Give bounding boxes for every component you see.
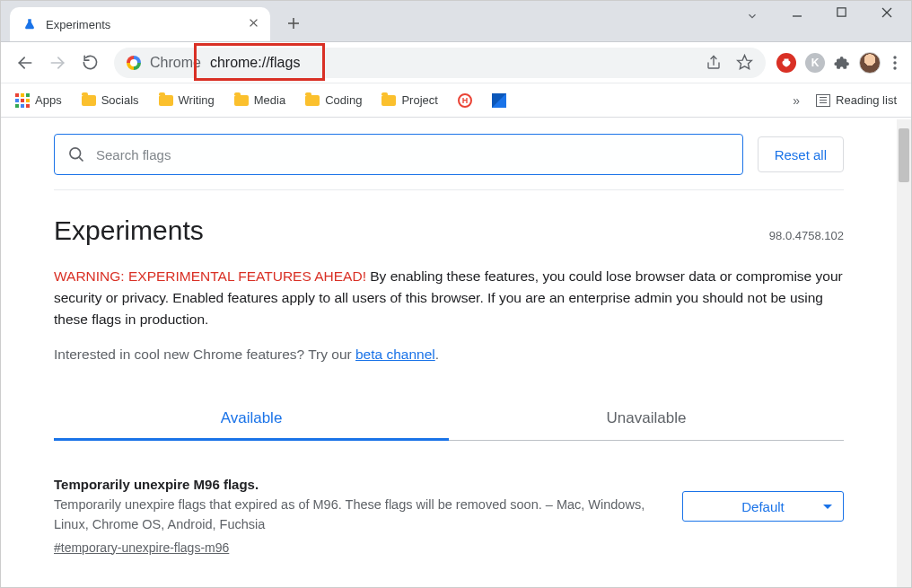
reset-all-button[interactable]: Reset all [758,136,844,172]
flag-hash-link[interactable]: #temporary-unexpire-flags-m96 [54,540,229,555]
tab-title: Experiments [46,18,110,31]
svg-line-18 [79,157,83,161]
beta-channel-link[interactable]: beta channel [355,347,435,362]
warning-text: WARNING: EXPERIMENTAL FEATURES AHEAD! By… [54,266,844,330]
reading-list-icon [816,94,830,107]
forward-button[interactable] [44,49,71,76]
reload-button[interactable] [76,49,103,76]
close-tab-icon[interactable] [249,18,261,31]
folder-icon [305,95,320,106]
bookmark-item-h[interactable]: H [458,93,472,108]
extension-k-icon[interactable]: K [805,53,825,73]
folder-icon [82,95,96,106]
flag-state-select[interactable]: Default [682,491,844,522]
folder-icon [381,95,396,106]
back-button[interactable] [12,49,39,76]
tab-unavailable[interactable]: Unavailable [449,399,844,441]
scrollbar-track[interactable] [897,119,911,587]
bookmarks-overflow-button[interactable]: » [793,93,800,108]
new-tab-button[interactable] [279,9,308,38]
search-icon [67,145,85,163]
svg-point-12 [893,56,896,58]
window-controls [791,6,904,19]
address-bar[interactable]: Chrome chrome://flags [114,48,766,78]
minimize-button[interactable] [791,6,814,19]
bookmark-folder-coding[interactable]: Coding [305,93,362,107]
version-label: 98.0.4758.102 [769,229,844,242]
extensions-puzzle-icon[interactable] [834,55,850,71]
toolbar: Chrome chrome://flags K [1,42,911,83]
svg-rect-1 [837,8,846,16]
bookmark-item-blue[interactable] [492,93,506,108]
svg-marker-11 [738,56,752,69]
bookmark-star-icon[interactable] [736,54,753,71]
reading-list-button[interactable]: Reading list [816,93,897,107]
apps-label: Apps [35,93,62,107]
page-heading: Experiments [54,215,204,246]
bookmark-folder-socials[interactable]: Socials [82,93,139,107]
apps-shortcut[interactable]: Apps [15,93,62,108]
bookmark-folder-writing[interactable]: Writing [159,93,215,107]
address-url: chrome://flags [210,55,300,71]
maximize-button[interactable] [836,6,859,19]
svg-point-13 [893,61,896,64]
flag-description: Temporarily unexpire flags that expired … [54,496,655,535]
h-circle-icon: H [458,93,472,108]
close-window-button[interactable] [881,6,904,19]
title-bar: Experiments [1,1,911,42]
extension-ublock-icon[interactable] [776,53,796,73]
scrollbar-thumb[interactable] [899,128,909,182]
bookmark-folder-project[interactable]: Project [381,93,437,107]
chrome-icon [127,56,141,70]
bookmarks-bar: Apps Socials Writing Media Coding Projec… [1,83,911,118]
warning-head: WARNING: EXPERIMENTAL FEATURES AHEAD! [54,268,366,284]
flask-icon [22,17,37,31]
folder-icon [159,95,173,106]
search-flags-input[interactable] [94,146,730,163]
svg-point-14 [893,66,896,69]
blue-square-icon [492,93,506,108]
extensions-area: K [776,52,900,74]
search-flags-box[interactable] [54,134,743,175]
tab-available[interactable]: Available [54,399,449,441]
bookmark-folder-media[interactable]: Media [234,93,285,107]
tab-search-caret-icon[interactable] [746,10,759,22]
profile-avatar[interactable] [859,52,881,74]
flags-tabs: Available Unavailable [54,399,844,441]
share-icon[interactable] [706,55,722,71]
apps-grid-icon [15,93,30,108]
flag-title: Temporarily unexpire M96 flags. [54,477,655,492]
address-origin-label: Chrome [150,55,201,71]
browser-menu-button[interactable] [890,56,900,70]
browser-tab[interactable]: Experiments [10,7,270,41]
page-content: Reset all Experiments 98.0.4758.102 WARN… [1,119,897,587]
folder-icon [234,95,249,106]
svg-point-17 [70,148,81,159]
beta-channel-line: Interested in cool new Chrome features? … [54,347,844,363]
flag-entry: Temporarily unexpire M96 flags. Temporar… [54,477,844,556]
